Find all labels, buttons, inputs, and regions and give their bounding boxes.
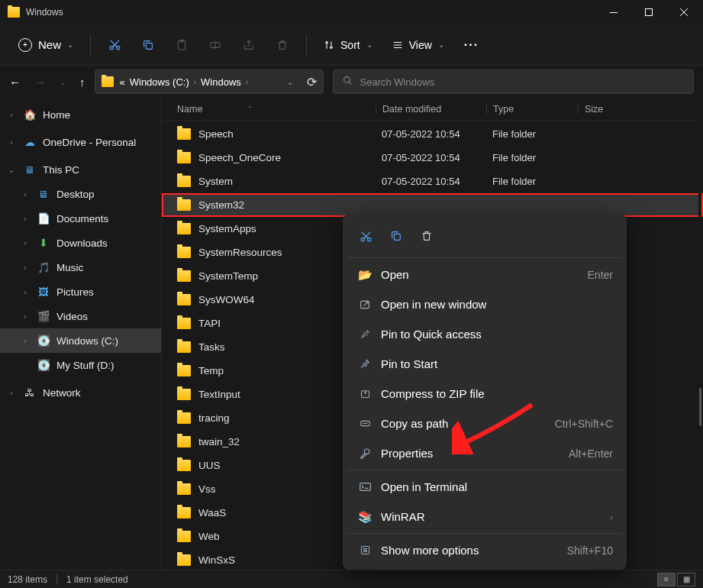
paste-icon[interactable] [167, 31, 196, 60]
sidebar-item-network[interactable]: › 🖧 Network [0, 380, 161, 405]
home-icon: 🏠 [23, 108, 37, 121]
forward-button[interactable]: → [34, 76, 46, 89]
table-row[interactable]: Speech_OneCore07-05-2022 10:54File folde… [162, 146, 703, 170]
scrollbar[interactable] [698, 98, 701, 570]
close-button[interactable] [666, 0, 701, 24]
svg-rect-0 [610, 12, 618, 13]
sidebar-item-downloads[interactable]: › ⬇ Downloads [0, 231, 161, 255]
maximize-button[interactable] [631, 0, 666, 24]
folder-icon [102, 76, 114, 87]
menu-pin-start[interactable]: Pin to Start [347, 349, 622, 379]
network-icon: 🖧 [23, 386, 37, 399]
status-bar: 128 items 1 item selected ≡ ▦ [0, 570, 703, 588]
back-button[interactable]: ← [9, 76, 21, 89]
header-label: Size [585, 104, 603, 115]
menu-copy-as-path[interactable]: Copy as path Ctrl+Shift+C [347, 409, 622, 438]
sidebar-label: Windows (C:) [56, 335, 118, 347]
divider [347, 533, 622, 534]
menu-shortcut: Alt+Enter [569, 447, 613, 460]
refresh-button[interactable]: ⟳ [307, 75, 317, 89]
menu-show-more[interactable]: Show more options Shift+F10 [347, 535, 622, 565]
pin-icon [356, 328, 373, 340]
menu-compress-zip[interactable]: Compress to ZIP file [347, 379, 622, 409]
minimize-button[interactable] [596, 0, 631, 24]
new-button[interactable]: + New ⌄ [11, 34, 81, 57]
delete-icon[interactable] [268, 31, 297, 60]
address-dropdown-icon[interactable]: ⌄ [287, 78, 293, 86]
menu-open-terminal[interactable]: Open in Terminal [347, 472, 622, 502]
recent-button[interactable]: ⌄ [60, 78, 66, 86]
folder-icon [177, 128, 191, 140]
column-header-date[interactable]: Date modified [376, 104, 486, 115]
column-header-name[interactable]: Name ˄ [177, 104, 376, 115]
sidebar-item-home[interactable]: › 🏠 Home [0, 102, 161, 127]
file-cell-type: File folder [486, 128, 578, 140]
table-row[interactable]: Speech07-05-2022 10:54File folder [162, 122, 703, 146]
menu-open[interactable]: 📂 Open Enter [347, 260, 622, 289]
chevron-right-icon: › [20, 337, 31, 345]
sidebar-label: This PC [43, 164, 79, 176]
folder-icon [177, 531, 191, 542]
sidebar-label: My Stuff (D:) [56, 360, 114, 371]
search-input[interactable]: Search Windows [333, 69, 695, 94]
more-button[interactable]: ··· [456, 38, 486, 52]
up-button[interactable]: ↑ [79, 76, 85, 89]
sidebar-item-documents[interactable]: › 📄 Documents [0, 206, 161, 231]
details-view-button[interactable]: ≡ [657, 573, 676, 586]
sidebar-label: Music [56, 262, 83, 273]
title-left: Windows [8, 7, 63, 18]
breadcrumb-item[interactable]: Windows (C:) [130, 76, 189, 88]
file-name: Temp [198, 365, 224, 376]
status-count: 128 items [8, 574, 47, 585]
context-menu: 📂 Open Enter Open in new window Pin to Q… [343, 215, 627, 570]
file-name: Vss [198, 483, 216, 495]
view-label: View [409, 39, 432, 51]
sidebar-item-pictures[interactable]: › 🖼 Pictures [0, 279, 161, 304]
divider [347, 470, 622, 470]
sidebar-item-videos[interactable]: › 🎬 Videos [0, 304, 161, 328]
svg-point-2 [110, 47, 113, 50]
sidebar-item-drive-c[interactable]: › 💽 Windows (C:) [0, 328, 161, 353]
sidebar-item-music[interactable]: › 🎵 Music [0, 255, 161, 279]
column-header-size[interactable]: Size [578, 104, 703, 115]
address-bar[interactable]: « Windows (C:) › Windows › ⌄ ⟳ [95, 69, 324, 94]
table-row[interactable]: System32 [162, 193, 703, 217]
menu-shortcut: Ctrl+Shift+C [555, 418, 613, 430]
pictures-icon: 🖼 [37, 286, 50, 298]
menu-pin-quick-access[interactable]: Pin to Quick access [347, 319, 622, 349]
menu-properties[interactable]: Properties Alt+Enter [347, 438, 622, 468]
rename-icon[interactable] [201, 31, 230, 60]
share-icon[interactable] [234, 31, 263, 60]
copy-icon[interactable] [134, 31, 163, 60]
svg-point-15 [364, 449, 369, 454]
sidebar-item-desktop[interactable]: › 🖥 Desktop [0, 182, 161, 206]
delete-icon[interactable] [414, 224, 439, 248]
file-cell-type: File folder [486, 152, 578, 163]
folder-icon [177, 365, 191, 376]
menu-open-new-window[interactable]: Open in new window [347, 289, 622, 319]
table-row[interactable]: System07-05-2022 10:54File folder [162, 170, 703, 193]
sort-button[interactable]: Sort ⌄ [316, 34, 380, 56]
search-placeholder: Search Windows [360, 76, 435, 88]
view-button[interactable]: View ⌄ [385, 34, 452, 56]
svg-rect-16 [360, 483, 369, 491]
status-selected: 1 item selected [66, 574, 128, 585]
tiles-view-button[interactable]: ▦ [677, 573, 695, 586]
status-left: 128 items 1 item selected [8, 574, 128, 585]
svg-rect-11 [394, 234, 400, 240]
sidebar-item-thispc[interactable]: ⌄ 🖥 This PC [0, 157, 161, 182]
file-cell-name: Speech [177, 128, 376, 140]
file-name: System [198, 176, 233, 187]
cut-icon[interactable] [100, 31, 129, 60]
column-header-type[interactable]: Type [486, 104, 578, 115]
copy-icon[interactable] [384, 224, 408, 248]
breadcrumb-prefix[interactable]: « [120, 76, 125, 88]
breadcrumb-item[interactable]: Windows [201, 76, 241, 88]
menu-shortcut: Enter [588, 269, 613, 281]
folder-icon [177, 412, 191, 424]
cut-icon[interactable] [353, 224, 378, 248]
sidebar-item-drive-d[interactable]: 💽 My Stuff (D:) [0, 353, 161, 377]
sidebar-item-onedrive[interactable]: › ☁ OneDrive - Personal [0, 130, 161, 154]
menu-winrar[interactable]: 📚 WinRAR › [347, 502, 622, 531]
chevron-right-icon: › [20, 263, 31, 272]
